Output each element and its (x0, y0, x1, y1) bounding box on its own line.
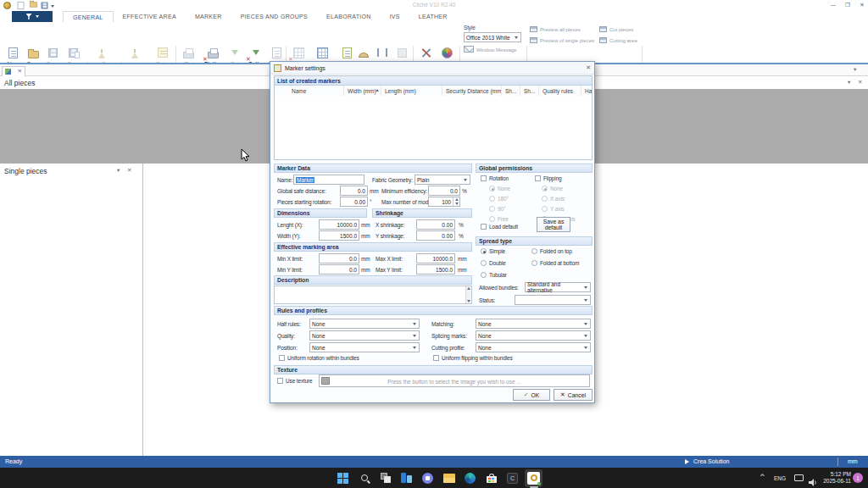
uniform-flipping-checkbox[interactable] (433, 355, 439, 361)
chat-button[interactable] (419, 469, 437, 487)
pieces-starting-rotation-input[interactable]: 0.00 (340, 197, 368, 207)
minimum-efficiency-input[interactable]: 0.0 (428, 186, 460, 196)
scroll-down-icon[interactable] (467, 300, 470, 302)
half-rules-dropdown[interactable]: None (309, 319, 420, 329)
status-dropdown[interactable] (515, 295, 591, 305)
rotation-180-radio[interactable] (489, 196, 495, 202)
global-safe-distance-input[interactable]: 0.0 (340, 186, 368, 196)
splicing-marks-dropdown[interactable]: None (476, 330, 591, 341)
col-name[interactable]: Name (275, 86, 344, 96)
load-default-checkbox[interactable] (481, 224, 487, 230)
tray-clock[interactable]: 5:12 PM 2025-06-11 (819, 471, 851, 485)
rotation-free-radio[interactable] (489, 216, 495, 222)
x-shrinkage-input[interactable]: 0.00 (416, 219, 455, 230)
tab-marker[interactable]: MARKER (186, 11, 231, 22)
style-dropdown[interactable]: Office 2013 White (464, 32, 521, 42)
max-y-input[interactable]: 1500.0 (416, 264, 455, 274)
start-button[interactable] (334, 469, 352, 487)
rotation-none-radio[interactable] (489, 186, 495, 191)
spread-tubular-radio[interactable] (481, 272, 487, 278)
cut-pieces-button[interactable]: Cut pieces (599, 26, 633, 32)
cliche-app-button[interactable] (525, 469, 542, 487)
y-shrinkage-input[interactable]: 0.00 (416, 230, 455, 241)
col-sh2[interactable]: Sh... (520, 86, 539, 96)
widgets-button[interactable] (398, 469, 415, 487)
preview-single-pieces-button[interactable]: Preview of single pieces (530, 37, 594, 43)
quality-dropdown[interactable]: None (309, 330, 420, 341)
panel-close-icon[interactable]: ✕ (127, 168, 131, 174)
notification-badge[interactable]: 1 (853, 473, 863, 483)
maximize-button[interactable]: ❐ (842, 2, 854, 8)
tab-pieces-and-groups[interactable]: PIECES AND GROUPS (231, 11, 317, 22)
col-sh1[interactable]: Sh... (502, 86, 520, 96)
col-length[interactable]: Length (mm) (381, 86, 442, 96)
scroll-up-icon[interactable] (467, 287, 470, 290)
speaker-icon[interactable] (809, 474, 817, 488)
texture-path-field[interactable]: Press the button to select the image you… (319, 374, 590, 387)
dialog-title-bar[interactable]: Marker settings ✕ (270, 62, 594, 75)
save-as-default-button[interactable]: Save as default (537, 217, 570, 232)
tabstrip-menu-caret-icon[interactable]: ▾ (854, 67, 856, 73)
panel-menu-caret-icon[interactable]: ▾ (117, 168, 120, 174)
description-textarea[interactable] (274, 286, 472, 304)
panel-menu-caret-icon[interactable]: ▾ (848, 80, 850, 86)
matching-dropdown[interactable]: None (476, 319, 591, 329)
document-tab[interactable]: ✕ (2, 66, 25, 76)
flipping-x-radio[interactable] (542, 196, 548, 202)
search-button[interactable] (355, 469, 373, 487)
panel-close-icon[interactable]: ✕ (858, 80, 862, 86)
tab-effective-area[interactable]: EFFECTIVE AREA (114, 11, 186, 22)
allowed-bundles-dropdown[interactable]: Standard and alternative (525, 282, 591, 292)
max-models-stepper[interactable]: 100 (428, 197, 460, 207)
uniform-rotation-checkbox[interactable] (279, 355, 285, 361)
fabric-geometry-dropdown[interactable]: Plain (415, 175, 470, 185)
cutting-profile-dropdown[interactable]: None (476, 342, 591, 352)
col-security-distance[interactable]: Security Distance (mm) (442, 86, 502, 96)
app-menu-button[interactable] (12, 11, 53, 22)
tray-language[interactable]: ENG (774, 475, 786, 481)
tab-ivs[interactable]: IVS (381, 11, 409, 22)
cutting-area-button[interactable]: Cutting area (599, 37, 637, 43)
flipping-checkbox[interactable] (535, 175, 541, 181)
console-app-button[interactable]: C (504, 469, 521, 487)
markers-table-body[interactable] (275, 96, 592, 159)
use-texture-checkbox[interactable] (277, 378, 283, 384)
min-y-input[interactable]: 0.0 (319, 264, 359, 274)
window-message-toggle[interactable]: Window Message (464, 46, 516, 53)
col-half[interactable]: Hal (581, 86, 592, 96)
ok-button[interactable]: ✓ OK (513, 389, 550, 401)
min-x-input[interactable]: 0.0 (319, 253, 359, 263)
rotation-checkbox[interactable] (481, 175, 487, 181)
file-explorer-button[interactable] (440, 469, 458, 487)
task-view-button[interactable] (376, 469, 394, 487)
position-dropdown[interactable]: None (309, 342, 420, 352)
spread-simple-radio[interactable] (481, 248, 487, 254)
minimize-button[interactable]: — (827, 2, 839, 8)
name-input[interactable]: Marker (293, 175, 364, 185)
flipping-y-radio[interactable] (542, 206, 548, 212)
tab-elaboration[interactable]: ELABORATION (317, 11, 381, 22)
col-quality-rules[interactable]: Quality rules (539, 86, 581, 96)
edge-button[interactable] (461, 469, 479, 487)
spread-folded-top-radio[interactable] (531, 248, 537, 254)
close-button[interactable]: ✕ (856, 2, 868, 8)
tab-leather[interactable]: LEATHER (409, 11, 457, 22)
scrollbar[interactable] (465, 286, 471, 303)
document-tab-close-icon[interactable]: ✕ (18, 69, 22, 75)
tab-general[interactable]: GENERAL (63, 11, 114, 22)
flipping-none-radio[interactable] (542, 186, 548, 191)
dialog-close-icon[interactable]: ✕ (586, 64, 591, 71)
cast-screen-icon[interactable] (794, 474, 804, 481)
spread-double-radio[interactable] (481, 260, 487, 266)
width-y-input[interactable]: 1500.0 (319, 230, 359, 241)
length-x-input[interactable]: 10000.0 (319, 219, 359, 230)
spread-folded-bottom-radio[interactable] (531, 260, 537, 266)
rotation-90-radio[interactable] (489, 206, 495, 212)
cancel-button[interactable]: ✕ Cancel (554, 389, 593, 401)
store-button[interactable] (482, 469, 500, 487)
col-width[interactable]: Width (mm) (344, 86, 381, 96)
stepper-arrows[interactable] (453, 197, 459, 206)
preview-all-pieces-button[interactable]: Preview all pieces (530, 26, 581, 32)
max-x-input[interactable]: 10000.0 (416, 253, 455, 263)
tray-chevron-icon[interactable]: ^ (760, 474, 765, 481)
